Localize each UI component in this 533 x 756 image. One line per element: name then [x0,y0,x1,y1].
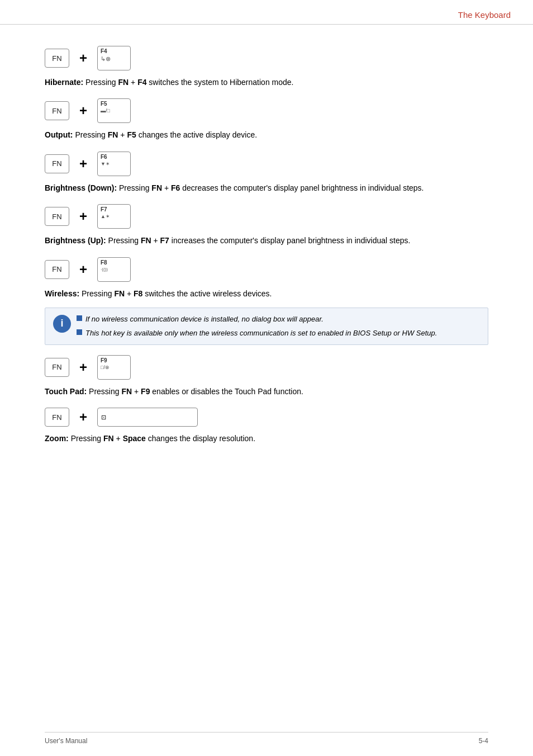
info-bullet-1: If no wireless communication device is i… [77,314,437,325]
info-bullets: If no wireless communication device is i… [77,314,437,339]
info-bullet-2: This hot key is available only when the … [77,328,437,339]
key-combo-f4: FN + F4 ↳⊗ [45,46,488,70]
key-combo-f5: FN + F5 ▬/□ [45,98,488,123]
zoom-description: Zoom: Pressing FN + Space changes the di… [45,432,488,445]
plus-f6: + [79,156,87,172]
footer-right: 5-4 [479,737,488,745]
f8-key: F8 ·(()) [97,257,131,282]
key-combo-f7: FN + F7 ▲✶ [45,204,488,229]
f5-key: F5 ▬/□ [97,98,131,123]
header-title: The Keyboard [458,10,511,20]
touchpad-description: Touch Pad: Pressing FN + F9 enables or d… [45,385,488,398]
space-key: ⊡ [97,408,198,427]
output-description: Output: Pressing FN + F5 changes the act… [45,129,488,141]
bullet-square-2 [77,329,82,335]
page-content: FN + F4 ↳⊗ Hibernate: Pressing FN + F4 s… [0,25,533,475]
fn-key-f5: FN [45,101,69,120]
brightness-down-description: Brightness (Down): Pressing FN + F6 decr… [45,182,488,194]
key-combo-space: FN + ⊡ [45,408,488,427]
plus-space: + [79,409,87,425]
plus-f5: + [79,103,87,119]
footer-left: User's Manual [45,737,87,745]
bullet-square-1 [77,315,82,321]
page-header: The Keyboard [0,0,533,25]
wireless-description: Wireless: Pressing FN + F8 switches the … [45,287,488,300]
key-combo-f9: FN + F9 □/⊗ [45,355,488,380]
brightness-up-description: Brightness (Up): Pressing FN + F7 increa… [45,234,488,247]
fn-key-f6: FN [45,154,69,173]
fn-key-f4: FN [45,49,69,68]
fn-key-f7: FN [45,207,69,226]
plus-f4: + [79,50,87,66]
fn-key-space: FN [45,408,69,427]
f9-key: F9 □/⊗ [97,355,131,380]
hibernate-description: Hibernate: Pressing FN + F4 switches the… [45,76,488,88]
key-combo-f8: FN + F8 ·(()) [45,257,488,282]
fn-key-f9: FN [45,358,69,377]
f4-key: F4 ↳⊗ [97,46,131,70]
plus-f7: + [79,209,87,224]
plus-f8: + [79,262,87,277]
page-footer: User's Manual 5-4 [45,732,488,745]
plus-f9: + [79,360,87,375]
f7-key: F7 ▲✶ [97,204,131,229]
info-icon: i [53,315,71,333]
key-combo-f6: FN + F6 ▼✶ [45,152,488,176]
f6-key: F6 ▼✶ [97,152,131,176]
fn-key-f8: FN [45,260,69,279]
wireless-info-box: i If no wireless communication device is… [45,308,488,345]
